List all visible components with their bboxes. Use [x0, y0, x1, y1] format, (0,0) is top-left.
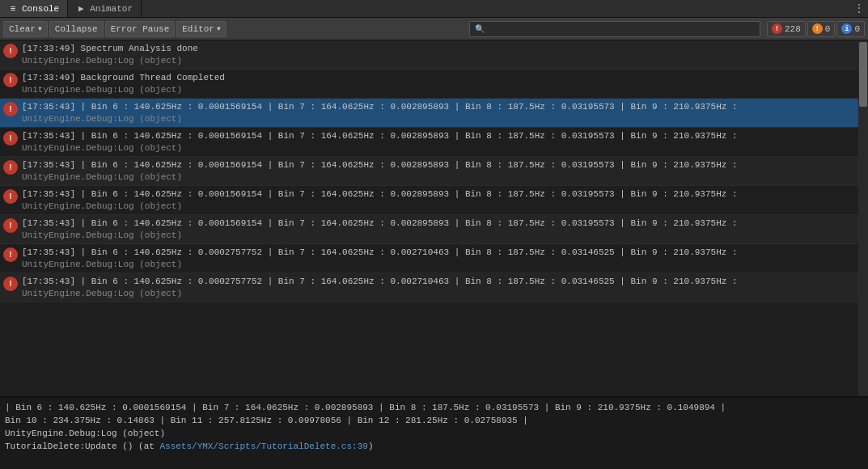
log-row-main: [17:33:49] Spectrum Analysis done [22, 42, 855, 55]
log-row-content: [17:35:43] | Bin 6 : 140.625Hz : 0.00015… [22, 100, 855, 125]
log-row-sub: UnityEngine.Debug:Log (object) [22, 259, 855, 271]
log-row-sub: UnityEngine.Debug:Log (object) [22, 55, 855, 67]
tab-animator-label: Animator [90, 4, 133, 14]
log-row-error-icon: ! [3, 73, 18, 87]
log-row[interactable]: ![17:35:43] | Bin 6 : 140.625Hz : 0.0001… [0, 99, 858, 128]
info-icon: i [841, 23, 852, 34]
log-row-content: [17:35:43] | Bin 6 : 140.625Hz : 0.00015… [22, 217, 855, 242]
detail-link[interactable]: Assets/YMX/Scripts/TutorialDelete.cs:39 [159, 442, 367, 451]
log-row-main: [17:35:43] | Bin 6 : 140.625Hz : 0.00027… [22, 275, 855, 288]
log-area: ![17:33:49] Spectrum Analysis doneUnityE… [0, 40, 868, 396]
log-row-error-icon: ! [3, 44, 18, 58]
tab-bar: ≡ Console ▶ Animator ⋮ [0, 0, 868, 18]
log-row-error-icon: ! [3, 247, 18, 262]
warning-icon: ! [812, 23, 823, 34]
log-row-error-icon: ! [3, 218, 18, 233]
error-count: 228 [785, 24, 801, 34]
warning-count: 0 [825, 24, 831, 34]
clear-button[interactable]: Clear ▼ [3, 21, 48, 37]
collapse-button[interactable]: Collapse [49, 21, 104, 37]
log-row[interactable]: ![17:35:43] | Bin 6 : 140.625Hz : 0.0001… [0, 157, 858, 186]
log-row[interactable]: ![17:35:43] | Bin 6 : 140.625Hz : 0.0001… [0, 186, 858, 215]
log-row[interactable]: ![17:35:43] | Bin 6 : 140.625Hz : 0.0002… [0, 244, 858, 273]
log-row-main: [17:35:43] | Bin 6 : 140.625Hz : 0.00015… [22, 129, 855, 142]
animator-tab-icon: ▶ [76, 4, 86, 14]
editor-button[interactable]: Editor ▼ [176, 21, 226, 37]
info-counter[interactable]: i 0 [836, 21, 865, 37]
detail-panel: | Bin 6 : 140.625Hz : 0.0001569154 | Bin… [0, 396, 868, 469]
log-row-sub: UnityEngine.Debug:Log (object) [22, 113, 855, 125]
log-row-main: [17:35:43] | Bin 6 : 140.625Hz : 0.00015… [22, 100, 855, 113]
log-row-sub: UnityEngine.Debug:Log (object) [22, 171, 855, 184]
log-row-sub: UnityEngine.Debug:Log (object) [22, 84, 855, 96]
log-row-content: [17:35:43] | Bin 6 : 140.625Hz : 0.00027… [22, 275, 855, 300]
warning-counter[interactable]: ! 0 [807, 21, 836, 37]
error-pause-button[interactable]: Error Pause [105, 21, 176, 37]
tab-console-label: Console [22, 4, 59, 14]
toolbar: Clear ▼ Collapse Error Pause Editor ▼ 🔍 … [0, 18, 868, 40]
log-row[interactable]: ![17:35:43] | Bin 6 : 140.625Hz : 0.0001… [0, 128, 858, 157]
log-row-sub: UnityEngine.Debug:Log (object) [22, 230, 855, 242]
log-row[interactable]: ![17:35:43] | Bin 6 : 140.625Hz : 0.0001… [0, 215, 858, 244]
detail-pre-text: TutorialDelete:Update () (at [5, 442, 159, 451]
search-box: 🔍 [469, 21, 760, 37]
tab-animator[interactable]: ▶ Animator [68, 0, 142, 17]
log-row-content: [17:35:43] | Bin 6 : 140.625Hz : 0.00027… [22, 246, 855, 271]
log-row[interactable]: ![17:33:49] Background Thread CompletedU… [0, 70, 858, 99]
log-row-sub: UnityEngine.Debug:Log (object) [22, 201, 855, 213]
scrollbar[interactable] [858, 40, 868, 396]
log-row-content: [17:35:43] | Bin 6 : 140.625Hz : 0.00015… [22, 188, 855, 213]
log-row[interactable]: ![17:35:43] | Bin 6 : 140.625Hz : 0.0002… [0, 273, 858, 302]
log-row-content: [17:33:49] Spectrum Analysis doneUnityEn… [22, 42, 855, 67]
detail-line-2: Bin 10 : 234.375Hz : 0.14863 | Bin 11 : … [5, 414, 863, 427]
log-row-content: [17:35:43] | Bin 6 : 140.625Hz : 0.00015… [22, 158, 855, 184]
counter-group: ! 228 ! 0 i 0 [767, 21, 865, 37]
clear-arrow-icon: ▼ [38, 25, 42, 32]
editor-arrow-icon: ▼ [217, 25, 221, 32]
tab-menu-button[interactable]: ⋮ [850, 0, 868, 18]
log-row-content: [17:33:49] Background Thread CompletedUn… [22, 71, 855, 96]
detail-post-text: ) [368, 442, 374, 451]
detail-line-4: TutorialDelete:Update () (at Assets/YMX/… [5, 440, 863, 453]
log-row-error-icon: ! [3, 102, 18, 116]
error-counter[interactable]: ! 228 [767, 21, 806, 37]
log-row-main: [17:33:49] Background Thread Completed [22, 71, 855, 84]
log-row-main: [17:35:43] | Bin 6 : 140.625Hz : 0.00015… [22, 158, 855, 171]
scrollbar-thumb[interactable] [859, 42, 867, 107]
log-row-error-icon: ! [3, 131, 18, 146]
log-row-sub: UnityEngine.Debug:Log (object) [22, 288, 855, 300]
log-list: ![17:33:49] Spectrum Analysis doneUnityE… [0, 40, 858, 396]
log-row-error-icon: ! [3, 189, 18, 204]
search-icon: 🔍 [475, 24, 485, 34]
console-tab-icon: ≡ [8, 4, 18, 14]
tab-console[interactable]: ≡ Console [0, 0, 68, 17]
log-row-main: [17:35:43] | Bin 6 : 140.625Hz : 0.00015… [22, 188, 855, 201]
detail-line-3: UnityEngine.Debug:Log (object) [5, 427, 863, 440]
log-row-sub: UnityEngine.Debug:Log (object) [22, 142, 855, 154]
error-icon: ! [772, 23, 782, 34]
log-row-error-icon: ! [3, 160, 18, 175]
detail-line-1: | Bin 6 : 140.625Hz : 0.0001569154 | Bin… [5, 401, 863, 414]
log-row[interactable]: ![17:33:49] Spectrum Analysis doneUnityE… [0, 40, 858, 70]
search-input[interactable] [488, 24, 755, 34]
log-row-error-icon: ! [3, 277, 18, 291]
info-count: 0 [854, 24, 860, 34]
log-row-content: [17:35:43] | Bin 6 : 140.625Hz : 0.00015… [22, 129, 855, 154]
log-row-main: [17:35:43] | Bin 6 : 140.625Hz : 0.00027… [22, 246, 855, 259]
log-row-main: [17:35:43] | Bin 6 : 140.625Hz : 0.00015… [22, 217, 855, 230]
